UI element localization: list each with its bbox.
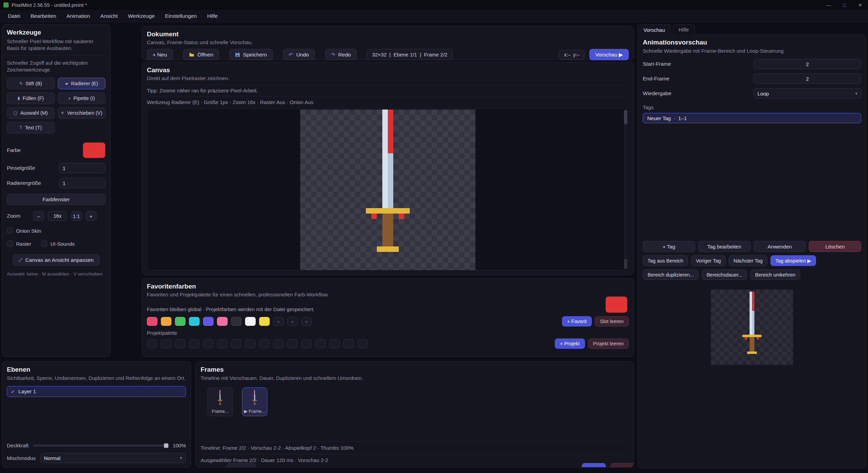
opacity-slider-thumb[interactable] [164, 443, 168, 448]
new-button[interactable]: + Neu [147, 49, 173, 60]
project-empty-slot-12[interactable] [315, 339, 326, 348]
menu-item-ansicht[interactable]: Ansicht [95, 11, 123, 22]
project-empty-slot-1[interactable] [161, 339, 171, 348]
ui-sounds-checkbox[interactable] [41, 241, 47, 247]
open-button[interactable]: Öffnen [183, 49, 219, 60]
favorite-swatch-7[interactable] [245, 317, 256, 326]
project-empty-slot-14[interactable] [343, 339, 354, 348]
delete-tag-button[interactable]: Löschen [809, 241, 861, 252]
preview-play-button[interactable]: Vorschau ▶ [589, 49, 629, 60]
zoom-out-button[interactable]: – [33, 211, 44, 221]
raster-checkbox[interactable] [7, 241, 13, 247]
favorite-empty-slot-11[interactable]: + [301, 317, 312, 326]
favorite-swatch-0[interactable] [147, 317, 157, 326]
menu-item-animation[interactable]: Animation [61, 11, 95, 22]
opacity-slider[interactable] [33, 445, 168, 447]
vertical-scrollbar[interactable] [624, 110, 627, 269]
visibility-check-icon[interactable]: ✓ [11, 389, 15, 394]
favorite-swatch-8[interactable] [259, 317, 270, 326]
blend-mode-select[interactable]: Normal ▾ [40, 453, 186, 463]
next-tag-button[interactable]: Nächster Tag [729, 255, 767, 266]
tool-button-auswahl-m[interactable]: ▢Auswahl (M) [7, 107, 55, 119]
tool-button-radierer-e[interactable]: ▰Radierer (E) [58, 78, 106, 89]
pixel-canvas[interactable] [300, 110, 475, 270]
clear-project-button[interactable]: Projekt leeren [588, 338, 629, 349]
fit-canvas-button[interactable]: ⤢ Canvas an Ansicht anpassen [13, 254, 99, 266]
onion-skin-checkbox[interactable] [7, 228, 13, 234]
favorite-empty-slot-10[interactable]: + [287, 317, 298, 326]
canvas-viewport[interactable] [147, 108, 629, 270]
tool-button-stift-b[interactable]: ✎Stift (B) [7, 78, 55, 89]
eraser-size-input[interactable]: 1 [59, 178, 105, 188]
tab-vorschau[interactable]: Vorschau [638, 24, 671, 35]
minimize-button[interactable]: — [821, 0, 837, 10]
end-frame-input[interactable]: 2 [754, 74, 861, 84]
zoom-in-button[interactable]: + [86, 211, 97, 221]
start-frame-input[interactable]: 2 [754, 59, 861, 69]
menu-item-datei[interactable]: Datei [3, 11, 25, 22]
brush-size-input[interactable]: 1 [59, 163, 105, 173]
project-empty-slot-10[interactable] [287, 339, 298, 348]
clear-slot-button[interactable]: Slot leeren [595, 316, 629, 327]
project-empty-slot-11[interactable] [301, 339, 312, 348]
project-empty-slot-2[interactable] [175, 339, 186, 348]
save-button[interactable]: Speichern [229, 49, 273, 60]
apply-button[interactable]: Anwenden [754, 241, 806, 252]
favorite-swatch-6[interactable] [231, 317, 242, 326]
tool-button-verschieben-v[interactable]: ✛Verschieben (V) [58, 107, 106, 119]
frames-cropped-button[interactable] [227, 463, 255, 468]
tool-button-pipette-i[interactable]: ◗Pipette (I) [58, 92, 106, 104]
favorite-swatch-1[interactable] [161, 317, 171, 326]
tag-from-range-button[interactable]: Tag aus Bereich [643, 255, 688, 266]
project-empty-slot-8[interactable] [259, 339, 270, 348]
previous-tag-button[interactable]: Voriger Tag [691, 255, 726, 266]
menu-item-werkzeuge[interactable]: Werkzeuge [123, 11, 160, 22]
current-color-swatch[interactable] [83, 142, 105, 158]
favorite-empty-slot-9[interactable]: + [273, 317, 284, 326]
reverse-range-button[interactable]: Bereich umkehren [750, 269, 800, 280]
project-empty-slot-9[interactable] [273, 339, 284, 348]
tool-button-text-t[interactable]: TText (T) [7, 122, 55, 133]
frame-thumbnail-2[interactable]: ▶ Frame... [242, 387, 267, 416]
edit-tag-button[interactable]: Tag bearbeiten [698, 241, 751, 252]
frames-cropped-primary-button[interactable] [582, 463, 606, 468]
favorite-swatch-2[interactable] [175, 317, 186, 326]
project-empty-slot-3[interactable] [189, 339, 200, 348]
menu-item-hilfe[interactable]: Hilfe [202, 11, 223, 22]
add-favorite-button[interactable]: + Favorit [562, 316, 592, 327]
redo-button[interactable]: ↷ Redo [325, 49, 357, 60]
close-button[interactable]: ✕ [852, 0, 868, 10]
favorite-swatch-4[interactable] [203, 317, 214, 326]
frames-cropped-danger-button[interactable] [611, 463, 634, 468]
frame-thumbnail-1[interactable]: Frame... [207, 387, 233, 416]
add-project-color-button[interactable]: + Projekt [555, 338, 585, 349]
tool-button-f-llen-f[interactable]: ▮Füllen (F) [7, 92, 55, 104]
favorite-swatch-5[interactable] [217, 317, 228, 326]
favorite-swatch-3[interactable] [189, 317, 200, 326]
project-empty-slot-7[interactable] [245, 339, 256, 348]
menu-item-bearbeiten[interactable]: Bearbeiten [25, 11, 61, 22]
add-tag-button[interactable]: + Tag [643, 241, 695, 252]
project-empty-slot-13[interactable] [329, 339, 340, 348]
project-empty-slot-0[interactable] [147, 339, 157, 348]
current-color-large-swatch[interactable] [605, 296, 627, 313]
undo-button[interactable]: ↶ Undo [283, 49, 315, 60]
tag-item-0[interactable]: Neuer Tag · 1–1 [643, 113, 861, 123]
project-empty-slot-5[interactable] [217, 339, 228, 348]
tab-hilfe[interactable]: Hilfe [673, 24, 695, 35]
project-empty-slot-15[interactable] [357, 339, 368, 348]
layer-item-layer-1[interactable]: ✓Layer 1 [7, 386, 186, 397]
favorites-row: +++ + Favorit Slot leeren [147, 316, 629, 327]
menu-item-einstellungen[interactable]: Einstellungen [160, 11, 202, 22]
color-window-button[interactable]: Farbfenster [7, 194, 105, 205]
playback-mode-select[interactable]: Loop ▾ [754, 88, 861, 99]
project-empty-slot-6[interactable] [231, 339, 242, 348]
current-color-row: Farbe [7, 142, 105, 158]
zoom-reset-button[interactable]: 1:1 [71, 211, 82, 221]
project-empty-slot-4[interactable] [203, 339, 214, 348]
scrollbar-thumb[interactable] [624, 110, 627, 124]
maximize-button[interactable]: □ [837, 0, 852, 10]
duplicate-range-button[interactable]: Bereich duplizieren... [643, 269, 699, 280]
range-duration-button[interactable]: Bereichsdauer... [702, 269, 747, 280]
play-tag-button[interactable]: Tag abspielen ▶ [770, 255, 816, 266]
